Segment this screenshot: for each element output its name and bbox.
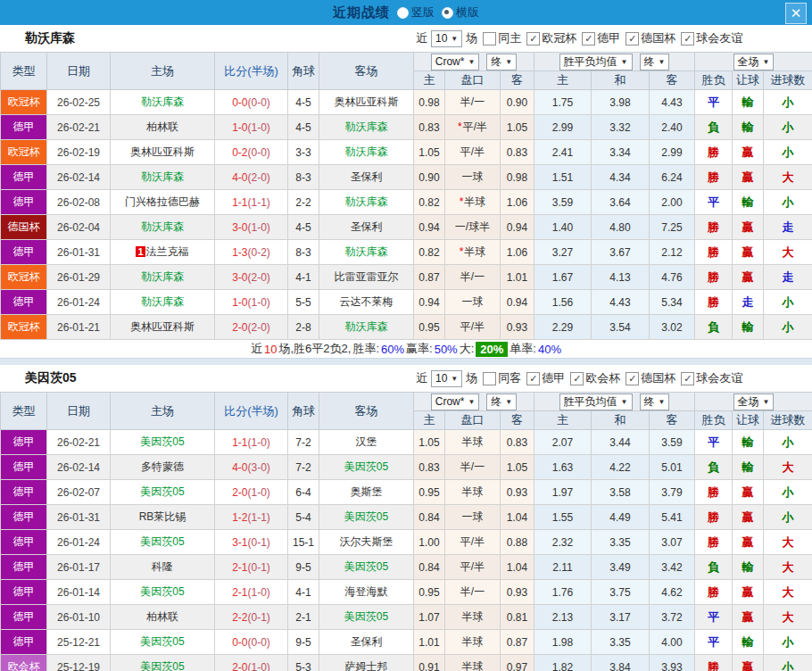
home-odds: 0.90	[414, 165, 445, 190]
score-cell: 1-2(1-1)	[215, 505, 288, 530]
checkbox-checked-icon: ✓	[626, 32, 639, 46]
match-row: 德甲26-02-07美因茨052-0(1-0)6-4奥斯堡0.95半球0.931…	[1, 480, 812, 505]
col-handicap: 盘口	[445, 411, 501, 430]
competition-badge: 德甲	[1, 505, 47, 530]
league-checkbox-3[interactable]: ✓ 德国杯	[626, 370, 675, 386]
league-checkbox-2[interactable]: ✓ 德甲	[582, 30, 620, 46]
league-checkbox-4[interactable]: ✓ 球会友谊	[681, 370, 742, 386]
league-checkbox-4[interactable]: ✓ 球会友谊	[681, 30, 742, 46]
corner-count: 9-5	[288, 555, 319, 580]
home-team: 美因茨05	[111, 430, 215, 455]
home-team: 科隆	[111, 555, 215, 580]
home-odds: 0.82	[414, 190, 445, 215]
scope-select[interactable]: 全场 ▼	[733, 54, 775, 70]
section-head-1: 勒沃库森 近 10 ▼ 场 同主 ✓ 欧冠杯 ✓ 德甲	[0, 25, 812, 52]
home-odds: 0.95	[414, 580, 445, 605]
result-handicap: 輸	[733, 90, 764, 115]
same-venue-checkbox[interactable]: 同客	[483, 370, 521, 386]
odds-company-select[interactable]: Crow* ▼	[431, 54, 480, 70]
score-cell: 2-2(0-1)	[215, 605, 288, 630]
match-count-select[interactable]: 10 ▼	[431, 30, 462, 47]
match-row: 欧冠杯26-01-29勒沃库森3-0(2-0)4-1比雷亚雷亚尔0.87半/一1…	[1, 265, 812, 290]
match-date: 25-12-19	[47, 655, 111, 671]
match-date: 26-02-25	[47, 90, 111, 115]
match-date: 26-01-29	[47, 265, 111, 290]
mean-period-value: 终	[644, 394, 655, 410]
single-rate-label: 单率:	[510, 341, 536, 357]
away-odds: 1.01	[501, 265, 534, 290]
mean-away: 2.40	[650, 115, 695, 140]
result-wdl: 負	[695, 115, 733, 140]
mean-type-select[interactable]: 胜平负均值 ▼	[559, 393, 633, 410]
corner-count: 7-2	[288, 430, 319, 455]
result-handicap: 贏	[733, 240, 764, 265]
score-cell: 1-3(0-2)	[215, 240, 288, 265]
single-rate-value: 40%	[538, 343, 561, 356]
away-team: 汉堡	[319, 430, 414, 455]
odds-period-value: 终	[491, 54, 501, 70]
mean-away: 3.02	[650, 315, 695, 340]
score-cell: 0-0(0-0)	[215, 630, 288, 655]
home-odds: 0.94	[414, 290, 445, 315]
score-cell: 1-1(1-0)	[215, 430, 288, 455]
result-handicap: 輸	[733, 630, 764, 655]
mean-type-select[interactable]: 胜平负均值 ▼	[559, 54, 633, 70]
away-odds: 1.06	[501, 240, 534, 265]
away-odds: 0.90	[501, 90, 534, 115]
mean-home: 2.29	[534, 315, 592, 340]
col-corner: 角球	[288, 393, 319, 430]
mean-away: 3.42	[650, 555, 695, 580]
handicap-line: 半/一	[445, 90, 501, 115]
handicap-line: 平/半	[445, 555, 501, 580]
mean-home: 2.11	[534, 555, 592, 580]
mean-away: 6.24	[650, 165, 695, 190]
radio-circle-checked-icon	[442, 7, 453, 19]
mean-draw: 4.13	[592, 265, 650, 290]
score-cell: 1-0(1-0)	[215, 290, 288, 315]
odds-controls: Crow* ▼ 终 ▼	[414, 53, 534, 71]
mean-period-select[interactable]: 终 ▼	[640, 393, 670, 410]
corner-count: 2-8	[288, 315, 319, 340]
odds-period-select[interactable]: 终 ▼	[486, 393, 517, 410]
away-odds: 1.05	[501, 115, 534, 140]
competition-badge: 德甲	[1, 530, 47, 555]
league-label: 德甲	[542, 370, 565, 386]
match-row: 德国杯26-02-04勒沃库森3-0(1-0)4-5圣保利0.94一/球半0.9…	[1, 215, 812, 240]
home-team: 多特蒙德	[111, 455, 215, 480]
league-checkbox-3[interactable]: ✓ 德国杯	[626, 30, 675, 46]
col-odds-home: 主	[414, 71, 445, 90]
scope-select[interactable]: 全场 ▼	[733, 393, 775, 410]
odds-period-value: 终	[491, 394, 501, 410]
league-checkbox-1[interactable]: ✓ 德甲	[526, 370, 565, 386]
match-date: 26-01-14	[47, 580, 111, 605]
match-row: 欧会杯25-12-19美因茨052-0(1-0)5-3萨姆士邦0.91半球0.9…	[1, 655, 812, 671]
mean-period-select[interactable]: 终 ▼	[640, 54, 670, 70]
home-odds: 0.94	[414, 215, 445, 240]
close-button[interactable]: ✕	[785, 3, 807, 24]
corner-count: 5-5	[288, 290, 319, 315]
result-wdl: 勝	[695, 165, 733, 190]
handicap-line: 半球	[445, 630, 501, 655]
league-checkbox-1[interactable]: ✓ 欧冠杯	[526, 30, 576, 46]
result-goals: 大	[764, 530, 812, 555]
mean-home: 1.63	[534, 455, 592, 480]
match-row: 德甲26-01-24美因茨053-1(0-1)15-1沃尔夫斯堡1.00平/半0…	[1, 530, 812, 555]
league-checkbox-2[interactable]: ✓ 欧会杯	[570, 370, 620, 386]
corner-count: 4-5	[288, 90, 319, 115]
competition-badge: 德甲	[1, 290, 47, 315]
horizontal-layout-radio[interactable]: 横版	[442, 4, 479, 21]
match-count-select[interactable]: 10 ▼	[431, 370, 462, 387]
same-venue-checkbox[interactable]: 同主	[483, 30, 521, 46]
home-team: RB莱比锡	[111, 505, 215, 530]
result-goals: 小	[764, 140, 812, 165]
odds-company-select[interactable]: Crow* ▼	[431, 393, 480, 410]
result-handicap: 輸	[733, 190, 764, 215]
odds-period-select[interactable]: 终 ▼	[486, 54, 517, 70]
match-date: 25-12-21	[47, 630, 111, 655]
horizontal-layout-label: 横版	[456, 4, 479, 21]
result-handicap: 贏	[733, 265, 764, 290]
match-date: 26-02-08	[47, 190, 111, 215]
vertical-layout-radio[interactable]: 竖版	[397, 4, 435, 21]
corner-count: 6-4	[288, 480, 319, 505]
competition-badge: 德甲	[1, 480, 47, 505]
